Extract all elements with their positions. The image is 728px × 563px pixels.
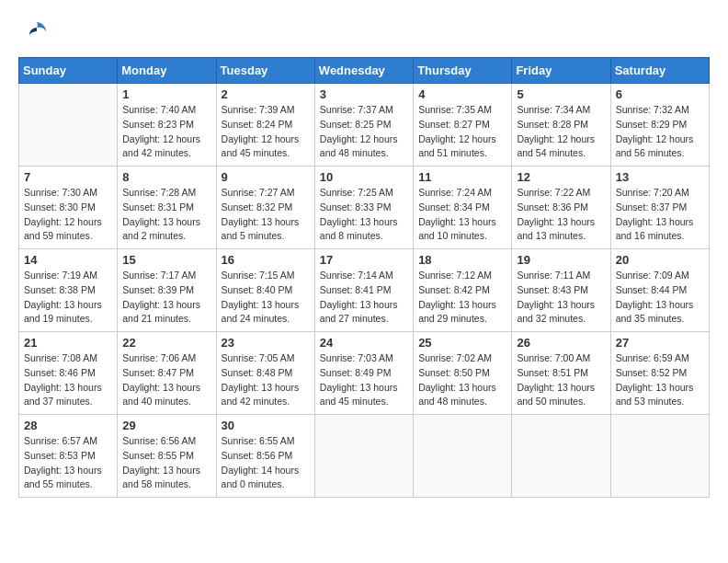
- header: [18, 18, 710, 48]
- day-info: Sunrise: 7:15 AMSunset: 8:40 PMDaylight:…: [222, 269, 310, 327]
- calendar-day-cell: 12Sunrise: 7:22 AMSunset: 8:36 PMDayligh…: [512, 167, 610, 249]
- day-info: Sunrise: 6:55 AMSunset: 8:56 PMDaylight:…: [222, 434, 310, 492]
- day-info: Sunrise: 7:08 AMSunset: 8:46 PMDaylight:…: [24, 351, 112, 409]
- calendar-header-row: SundayMondayTuesdayWednesdayThursdayFrid…: [19, 58, 710, 84]
- column-header-friday: Friday: [512, 58, 610, 84]
- column-header-sunday: Sunday: [19, 58, 118, 84]
- logo: [18, 18, 50, 48]
- day-number: 12: [517, 170, 605, 184]
- day-info: Sunrise: 7:35 AMSunset: 8:27 PMDaylight:…: [418, 103, 506, 161]
- day-info: Sunrise: 6:57 AMSunset: 8:53 PMDaylight:…: [24, 434, 112, 492]
- day-info: Sunrise: 7:28 AMSunset: 8:31 PMDaylight:…: [122, 186, 210, 244]
- day-number: 22: [122, 336, 210, 350]
- day-info: Sunrise: 7:11 AMSunset: 8:43 PMDaylight:…: [517, 269, 605, 327]
- day-number: 30: [222, 419, 310, 432]
- day-number: 18: [418, 253, 506, 267]
- day-info: Sunrise: 7:27 AMSunset: 8:32 PMDaylight:…: [222, 186, 310, 244]
- day-number: 19: [517, 253, 605, 267]
- calendar-day-cell: 29Sunrise: 6:56 AMSunset: 8:55 PMDayligh…: [118, 415, 216, 498]
- calendar-day-cell: 16Sunrise: 7:15 AMSunset: 8:40 PMDayligh…: [216, 249, 314, 332]
- day-number: 7: [24, 170, 112, 184]
- day-info: Sunrise: 7:32 AMSunset: 8:29 PMDaylight:…: [616, 103, 704, 161]
- day-number: 15: [122, 253, 210, 267]
- calendar-day-cell: 19Sunrise: 7:11 AMSunset: 8:43 PMDayligh…: [512, 249, 610, 332]
- day-info: Sunrise: 7:19 AMSunset: 8:38 PMDaylight:…: [24, 269, 112, 327]
- day-number: 29: [122, 419, 210, 432]
- calendar-day-cell: 5Sunrise: 7:34 AMSunset: 8:28 PMDaylight…: [512, 84, 610, 167]
- calendar-day-cell: 2Sunrise: 7:39 AMSunset: 8:24 PMDaylight…: [216, 84, 314, 167]
- calendar-day-cell: 20Sunrise: 7:09 AMSunset: 8:44 PMDayligh…: [610, 249, 709, 332]
- day-number: 6: [616, 87, 704, 101]
- calendar-day-cell: 24Sunrise: 7:03 AMSunset: 8:49 PMDayligh…: [314, 332, 413, 415]
- calendar-week-row: 21Sunrise: 7:08 AMSunset: 8:46 PMDayligh…: [19, 332, 710, 415]
- calendar-day-cell: 17Sunrise: 7:14 AMSunset: 8:41 PMDayligh…: [314, 249, 413, 332]
- column-header-monday: Monday: [118, 58, 216, 84]
- calendar-day-cell: 18Sunrise: 7:12 AMSunset: 8:42 PMDayligh…: [414, 249, 512, 332]
- day-number: 24: [320, 336, 408, 350]
- day-number: 8: [122, 170, 210, 184]
- day-number: 23: [222, 336, 310, 350]
- day-info: Sunrise: 6:56 AMSunset: 8:55 PMDaylight:…: [122, 434, 210, 492]
- calendar-day-cell: 28Sunrise: 6:57 AMSunset: 8:53 PMDayligh…: [19, 415, 118, 498]
- day-number: 3: [320, 87, 408, 101]
- day-info: Sunrise: 7:02 AMSunset: 8:50 PMDaylight:…: [418, 351, 506, 409]
- day-info: Sunrise: 7:34 AMSunset: 8:28 PMDaylight:…: [517, 103, 605, 161]
- column-header-wednesday: Wednesday: [314, 58, 413, 84]
- day-info: Sunrise: 7:00 AMSunset: 8:51 PMDaylight:…: [517, 351, 605, 409]
- calendar-day-cell: 9Sunrise: 7:27 AMSunset: 8:32 PMDaylight…: [216, 167, 314, 249]
- day-number: 27: [616, 336, 704, 350]
- logo-bird-icon: [24, 18, 50, 48]
- column-header-tuesday: Tuesday: [216, 58, 314, 84]
- calendar-day-cell: [610, 415, 709, 498]
- day-number: 13: [616, 170, 704, 184]
- calendar-day-cell: 8Sunrise: 7:28 AMSunset: 8:31 PMDaylight…: [118, 167, 216, 249]
- calendar-day-cell: 22Sunrise: 7:06 AMSunset: 8:47 PMDayligh…: [118, 332, 216, 415]
- day-number: 16: [222, 253, 310, 267]
- calendar-day-cell: 6Sunrise: 7:32 AMSunset: 8:29 PMDaylight…: [610, 84, 709, 167]
- calendar-day-cell: [512, 415, 610, 498]
- calendar-day-cell: 21Sunrise: 7:08 AMSunset: 8:46 PMDayligh…: [19, 332, 118, 415]
- day-info: Sunrise: 7:39 AMSunset: 8:24 PMDaylight:…: [222, 103, 310, 161]
- day-info: Sunrise: 7:06 AMSunset: 8:47 PMDaylight:…: [122, 351, 210, 409]
- calendar-day-cell: 25Sunrise: 7:02 AMSunset: 8:50 PMDayligh…: [414, 332, 512, 415]
- calendar-day-cell: [414, 415, 512, 498]
- calendar-day-cell: 7Sunrise: 7:30 AMSunset: 8:30 PMDaylight…: [19, 167, 118, 249]
- day-number: 2: [222, 87, 310, 101]
- day-info: Sunrise: 7:20 AMSunset: 8:37 PMDaylight:…: [616, 186, 704, 244]
- day-number: 25: [418, 336, 506, 350]
- day-number: 4: [418, 87, 506, 101]
- calendar-day-cell: 27Sunrise: 6:59 AMSunset: 8:52 PMDayligh…: [610, 332, 709, 415]
- day-number: 21: [24, 336, 112, 350]
- day-number: 26: [517, 336, 605, 350]
- day-info: Sunrise: 7:09 AMSunset: 8:44 PMDaylight:…: [616, 269, 704, 327]
- day-info: Sunrise: 7:37 AMSunset: 8:25 PMDaylight:…: [320, 103, 408, 161]
- day-number: 17: [320, 253, 408, 267]
- calendar-day-cell: 15Sunrise: 7:17 AMSunset: 8:39 PMDayligh…: [118, 249, 216, 332]
- day-info: Sunrise: 7:03 AMSunset: 8:49 PMDaylight:…: [320, 351, 408, 409]
- calendar-day-cell: [314, 415, 413, 498]
- day-number: 1: [122, 87, 210, 101]
- column-header-thursday: Thursday: [414, 58, 512, 84]
- day-info: Sunrise: 7:30 AMSunset: 8:30 PMDaylight:…: [24, 186, 112, 244]
- calendar-table: SundayMondayTuesdayWednesdayThursdayFrid…: [18, 57, 710, 498]
- calendar-week-row: 7Sunrise: 7:30 AMSunset: 8:30 PMDaylight…: [19, 167, 710, 249]
- column-header-saturday: Saturday: [610, 58, 709, 84]
- day-info: Sunrise: 7:40 AMSunset: 8:23 PMDaylight:…: [122, 103, 210, 161]
- calendar-day-cell: 23Sunrise: 7:05 AMSunset: 8:48 PMDayligh…: [216, 332, 314, 415]
- day-number: 28: [24, 419, 112, 432]
- day-number: 11: [418, 170, 506, 184]
- day-number: 9: [222, 170, 310, 184]
- calendar-day-cell: 26Sunrise: 7:00 AMSunset: 8:51 PMDayligh…: [512, 332, 610, 415]
- day-number: 5: [517, 87, 605, 101]
- day-number: 20: [616, 253, 704, 267]
- calendar-day-cell: 4Sunrise: 7:35 AMSunset: 8:27 PMDaylight…: [414, 84, 512, 167]
- calendar-day-cell: 10Sunrise: 7:25 AMSunset: 8:33 PMDayligh…: [314, 167, 413, 249]
- calendar-day-cell: 1Sunrise: 7:40 AMSunset: 8:23 PMDaylight…: [118, 84, 216, 167]
- calendar-week-row: 14Sunrise: 7:19 AMSunset: 8:38 PMDayligh…: [19, 249, 710, 332]
- day-info: Sunrise: 6:59 AMSunset: 8:52 PMDaylight:…: [616, 351, 704, 409]
- calendar-week-row: 1Sunrise: 7:40 AMSunset: 8:23 PMDaylight…: [19, 84, 710, 167]
- day-info: Sunrise: 7:14 AMSunset: 8:41 PMDaylight:…: [320, 269, 408, 327]
- calendar-day-cell: 14Sunrise: 7:19 AMSunset: 8:38 PMDayligh…: [19, 249, 118, 332]
- day-info: Sunrise: 7:05 AMSunset: 8:48 PMDaylight:…: [222, 351, 310, 409]
- calendar-day-cell: 11Sunrise: 7:24 AMSunset: 8:34 PMDayligh…: [414, 167, 512, 249]
